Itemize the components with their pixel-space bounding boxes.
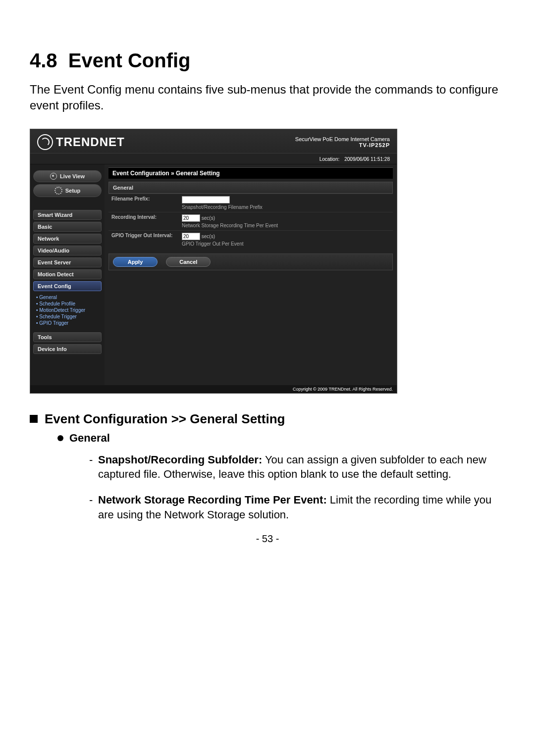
product-label: SecurView PoE Dome Internet Camera TV-IP… (295, 136, 390, 148)
sidebar-item-event-config[interactable]: Event Config (33, 281, 102, 291)
sidebar-item-motion-detect[interactable]: Motion Detect (33, 269, 102, 279)
dot-bullet-icon (57, 435, 63, 441)
event-config-submenu: General Schedule Profile MotionDetect Tr… (33, 293, 102, 329)
recording-interval-hint: Network Storage Recording Time Per Event (182, 223, 390, 228)
status-bar: Location: 2009/06/06 11:51:28 (30, 153, 397, 164)
sidebar-item-smart-wizard[interactable]: Smart Wizard (33, 210, 102, 220)
button-row: Apply Cancel (108, 253, 393, 270)
brand-logo: TRENDNET (37, 134, 125, 150)
subitem-gpio-trigger[interactable]: GPIO Trigger (36, 320, 102, 326)
doc-bullet-list: Snapshot/Recording Subfolder: You can as… (89, 453, 505, 522)
apply-button[interactable]: Apply (113, 257, 158, 267)
subitem-schedule-profile[interactable]: Schedule Profile (36, 301, 102, 307)
cancel-button[interactable]: Cancel (166, 257, 211, 267)
sidebar-item-event-server[interactable]: Event Server (33, 257, 102, 267)
doc-bullet-2: Network Storage Recording Time Per Event… (89, 493, 505, 522)
doc-section-title: 4.8 Event Config (30, 50, 505, 72)
sidebar: Live View Setup Smart Wizard Basic Netwo… (30, 164, 105, 385)
recording-interval-unit: sec(s) (202, 215, 215, 221)
filename-prefix-hint: Snapshot/Recording Filename Prefix (182, 204, 390, 210)
brand-swirl-icon (37, 134, 53, 150)
filename-prefix-input[interactable] (182, 196, 230, 203)
doc-bullet-1: Snapshot/Recording Subfolder: You can as… (89, 453, 505, 482)
subitem-motiondetect-trigger[interactable]: MotionDetect Trigger (36, 307, 102, 313)
gpio-interval-unit: sec(s) (202, 234, 215, 239)
filename-prefix-label: Filename Prefix: (108, 194, 179, 212)
camera-admin-screenshot: TRENDNET SecurView PoE Dome Internet Cam… (30, 129, 397, 394)
live-view-button[interactable]: Live View (33, 170, 102, 182)
doc-subsubheading: General (57, 432, 505, 445)
sidebar-item-network[interactable]: Network (33, 234, 102, 244)
copyright: Copyright © 2009 TRENDnet. All Rights Re… (30, 385, 397, 393)
eye-icon (50, 173, 57, 180)
panel-title: General (108, 182, 393, 194)
doc-subheading: Event Configuration >> General Setting (30, 411, 505, 427)
gpio-interval-label: GPIO Trigger Out Interval: (108, 230, 179, 249)
location-label: Location: (320, 156, 340, 162)
header-bar: TRENDNET SecurView PoE Dome Internet Cam… (30, 129, 397, 153)
square-bullet-icon (30, 415, 38, 423)
recording-interval-input[interactable] (182, 214, 200, 222)
brand-text: TRENDNET (56, 135, 125, 149)
sidebar-item-device-info[interactable]: Device Info (33, 344, 102, 354)
doc-intro: The Event Config menu contains five sub-… (30, 82, 505, 114)
timestamp: 2009/06/06 11:51:28 (344, 156, 390, 162)
sidebar-item-video-audio[interactable]: Video/Audio (33, 246, 102, 255)
main-panel: Event Configuration » General Setting Ge… (105, 164, 397, 385)
sidebar-item-basic[interactable]: Basic (33, 222, 102, 232)
sidebar-item-tools[interactable]: Tools (33, 332, 102, 342)
gear-icon (54, 187, 62, 195)
setup-button[interactable]: Setup (33, 184, 102, 197)
subitem-general[interactable]: General (36, 294, 102, 301)
gpio-interval-hint: GPIO Trigger Out Per Event (182, 241, 390, 247)
page-number: - 53 - (30, 533, 505, 545)
general-settings-form: Filename Prefix: Snapshot/Recording File… (108, 194, 393, 249)
gpio-interval-input[interactable] (182, 233, 200, 240)
recording-interval-label: Recording Interval: (108, 212, 179, 230)
subitem-schedule-trigger[interactable]: Schedule Trigger (36, 313, 102, 320)
breadcrumb: Event Configuration » General Setting (108, 167, 393, 179)
